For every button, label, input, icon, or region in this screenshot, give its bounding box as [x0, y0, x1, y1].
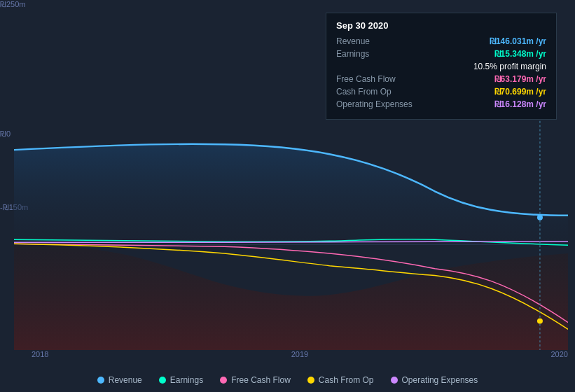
- legend-item-earnings[interactable]: Earnings: [159, 375, 203, 385]
- tooltip-opexpenses-row: Operating Expenses ₪16.128m /yr: [336, 99, 546, 109]
- tooltip-date: Sep 30 2020: [336, 20, 546, 31]
- tooltip-cashfromop-value: ₪70.699m /yr: [494, 87, 546, 97]
- x-label-2018: 2018: [32, 350, 48, 358]
- chart-svg: [14, 108, 568, 350]
- chart-area: [14, 108, 568, 350]
- y-label-250: ₪250m: [0, 0, 26, 9]
- legend-dot-revenue: [97, 377, 104, 384]
- legend-dot-earnings: [159, 377, 166, 384]
- legend-dot-freecashflow: [220, 377, 227, 384]
- legend-label-revenue: Revenue: [109, 375, 142, 385]
- cashfromop-cursor-dot: [537, 318, 543, 324]
- revenue-fill-area: [14, 144, 568, 244]
- legend-dot-cashfromop: [307, 377, 314, 384]
- negative-fill-area: [14, 244, 568, 350]
- tooltip-profit-margin-row: 10.5% profit margin: [336, 62, 546, 71]
- tooltip-revenue-value: ₪146.031m /yr: [490, 36, 546, 46]
- tooltip-cashfromop-label: Cash From Op: [336, 87, 392, 97]
- legend-label-opexpenses: Operating Expenses: [402, 375, 478, 385]
- tooltip-freecashflow-label: Free Cash Flow: [336, 74, 396, 84]
- tooltip-earnings-label: Earnings: [336, 49, 369, 59]
- tooltip-revenue-label: Revenue: [336, 36, 370, 46]
- legend-item-revenue[interactable]: Revenue: [97, 375, 142, 385]
- legend-label-earnings: Earnings: [170, 375, 203, 385]
- tooltip-opexpenses-value: ₪16.128m /yr: [494, 99, 546, 109]
- legend-label-freecashflow: Free Cash Flow: [231, 375, 291, 385]
- tooltip-revenue-row: Revenue ₪146.031m /yr: [336, 36, 546, 46]
- tooltip-panel: Sep 30 2020 Revenue ₪146.031m /yr Earnin…: [326, 13, 557, 120]
- tooltip-earnings-value: ₪15.348m /yr: [494, 49, 546, 59]
- y-label-0: ₪0: [0, 130, 11, 139]
- x-label-2019: 2019: [291, 350, 308, 358]
- tooltip-freecashflow-value: ₪63.179m /yr: [494, 74, 546, 84]
- tooltip-profit-margin-value: 10.5% profit margin: [473, 62, 546, 71]
- legend-item-cashfromop[interactable]: Cash From Op: [307, 375, 374, 385]
- legend-label-cashfromop: Cash From Op: [319, 375, 374, 385]
- revenue-cursor-dot: [537, 215, 543, 220]
- tooltip-opexpenses-label: Operating Expenses: [336, 99, 413, 109]
- chart-legend: Revenue Earnings Free Cash Flow Cash Fro…: [0, 375, 575, 385]
- legend-item-freecashflow[interactable]: Free Cash Flow: [220, 375, 291, 385]
- tooltip-earnings-row: Earnings ₪15.348m /yr: [336, 49, 546, 59]
- tooltip-freecashflow-row: Free Cash Flow ₪63.179m /yr: [336, 74, 546, 84]
- x-axis: 2018 2019 2020: [32, 350, 568, 358]
- legend-item-opexpenses[interactable]: Operating Expenses: [391, 375, 478, 385]
- x-label-2020: 2020: [551, 350, 568, 358]
- legend-dot-opexpenses: [391, 377, 398, 384]
- tooltip-cashfromop-row: Cash From Op ₪70.699m /yr: [336, 87, 546, 97]
